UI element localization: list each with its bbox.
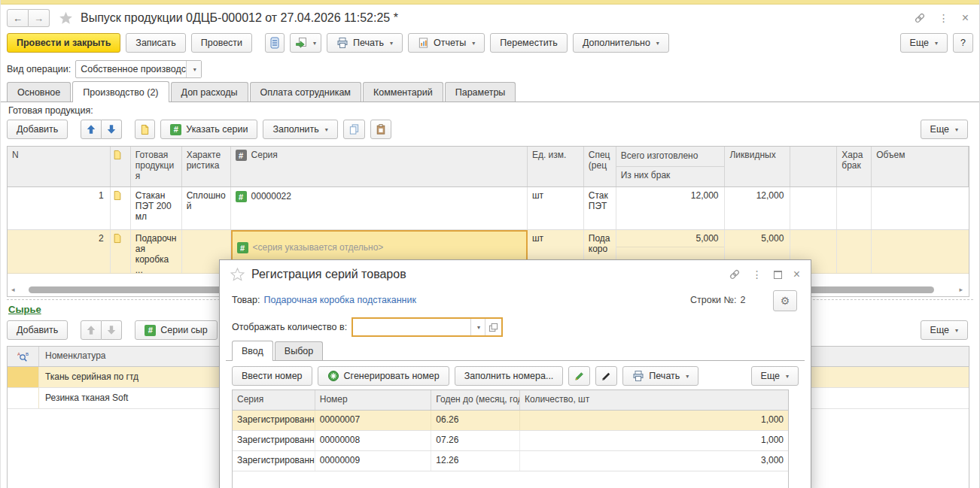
quantity-cell: 1,000 [520, 411, 788, 430]
dialog-print-button[interactable]: Печать ▾ [622, 366, 698, 386]
move-button[interactable]: Переместить [490, 33, 568, 53]
product-row-1[interactable]: 1 Стакан ПЭТ 200 мл Сплошной # 00000022 … [8, 187, 969, 230]
col-marker[interactable] [111, 147, 131, 186]
favorite-star-icon[interactable] [230, 268, 245, 281]
print-button[interactable]: Печать ▾ [327, 33, 403, 53]
specify-series-button[interactable]: # Указать серии [160, 120, 257, 139]
series-row-2[interactable]: Зарегистрированная 00000008 07.26 1,000 [233, 431, 788, 451]
link-icon[interactable] [729, 268, 741, 280]
col-characteristic[interactable]: Характеристика [182, 147, 231, 186]
kebab-menu-icon[interactable]: ⋮ [752, 268, 762, 280]
related-documents-button[interactable]: ▾ [290, 33, 321, 53]
dialog-title-bar: Регистрация серий товаров ⋮ × [220, 260, 811, 289]
maximize-icon[interactable] [774, 271, 782, 279]
reports-button[interactable]: Отчеты ▾ [408, 33, 485, 53]
more-button[interactable]: Еще▾ [900, 33, 948, 53]
tab-vybor[interactable]: Выбор [275, 341, 323, 360]
col-valid-until[interactable]: Годен до (месяц, год) [431, 390, 520, 410]
post-button[interactable]: Провести [191, 33, 252, 53]
fill-button[interactable]: Заполнить▾ [263, 120, 337, 139]
close-icon[interactable]: × [793, 268, 800, 281]
kebab-menu-icon[interactable]: ⋮ [939, 13, 949, 23]
help-button[interactable]: ? [953, 33, 973, 53]
fill-numbers-button[interactable]: Заполнить номера... [455, 366, 564, 386]
structure-button[interactable] [265, 33, 285, 53]
scroll-right-icon[interactable]: ▸ [959, 286, 963, 293]
col-spec[interactable]: Спец (рец [584, 147, 616, 186]
combo-dropdown-button[interactable]: ▾ [470, 319, 485, 335]
open-value-button[interactable] [485, 319, 501, 335]
favorite-star-icon[interactable] [59, 11, 73, 25]
enter-number-button[interactable]: Ввести номер [232, 366, 312, 386]
col-volume[interactable]: Объем [872, 147, 969, 186]
mark-button[interactable] [135, 120, 155, 139]
printer-icon [336, 37, 348, 49]
edit-button[interactable] [568, 366, 590, 386]
col-number[interactable]: Номер [315, 390, 432, 410]
col-liquid[interactable]: Ликвидных [725, 147, 790, 186]
quick-search-icon[interactable]: АВ [8, 347, 39, 366]
tab-dop-rashody[interactable]: Доп расходы [171, 82, 248, 102]
copy-rows-button[interactable] [343, 120, 365, 139]
page-title: Выпуск продукции 0ДЦБ-000012 от 27.04.20… [81, 11, 398, 25]
display-quantity-input[interactable] [353, 319, 470, 335]
tab-kommentariy[interactable]: Комментарий [363, 82, 443, 102]
add-product-button[interactable]: Добавить [7, 120, 68, 139]
col-unit[interactable]: Ед. изм. [528, 147, 584, 186]
dialog-more-button[interactable]: Еще▾ [751, 366, 799, 386]
tab-proizvodstvo[interactable]: Производство (2) [72, 81, 169, 102]
scroll-left-icon[interactable]: ◂ [11, 286, 15, 293]
tab-parametry[interactable]: Параметры [445, 82, 516, 102]
quantity-cell: 3,000 [520, 451, 788, 471]
series-registration-dialog: Регистрация серий товаров ⋮ × Товар: Под… [219, 259, 811, 488]
operation-kind-select[interactable]: Собственное производст ▾ [75, 60, 202, 78]
products-more-button[interactable]: Еще▾ [921, 120, 968, 139]
defect-char-cell [837, 230, 872, 273]
valid-until-cell: 06.26 [431, 411, 520, 430]
tab-osnovnoe[interactable]: Основное [7, 82, 71, 102]
dropdown-caret-icon: ▾ [313, 40, 316, 47]
move-up-button-disabled[interactable] [81, 320, 102, 340]
number-cell: 00000008 [315, 431, 432, 450]
save-button[interactable]: Записать [126, 33, 185, 53]
series-row-3[interactable]: Зарегистрированная 00000009 12.26 3,000 [233, 451, 788, 471]
product-cell: Подарочная коробка ... [131, 230, 182, 273]
product-cell: Стакан ПЭТ 200 мл [131, 187, 182, 229]
defect-char-cell [837, 187, 872, 229]
tab-vvod[interactable]: Ввод [232, 341, 273, 361]
close-icon[interactable]: × [962, 13, 969, 23]
arrow-up-icon [86, 325, 96, 335]
col-total-made[interactable]: Всего изготовлено Из них брак [616, 147, 726, 186]
col-n[interactable]: N [8, 147, 111, 186]
product-link[interactable]: Подарочная коробка подстаканник [264, 295, 416, 305]
paste-rows-button[interactable] [370, 120, 391, 139]
material-series-button[interactable]: # Серии сыр [135, 320, 218, 340]
materials-section-link[interactable]: Сырье [8, 304, 41, 315]
materials-more-button[interactable]: Еще▾ [921, 320, 968, 340]
col-narrow[interactable] [790, 147, 837, 186]
col-series[interactable]: # Серия [231, 147, 528, 186]
products-table-header: N Готовая продукция Характеристика # Сер… [8, 147, 969, 187]
post-and-close-button[interactable]: Провести и закрыть [7, 33, 120, 53]
forward-button[interactable]: → [29, 9, 50, 27]
operation-kind-value: Собственное производст [76, 64, 186, 74]
col-series[interactable]: Серия [233, 390, 315, 410]
col-product[interactable]: Готовая продукция [131, 147, 182, 186]
combo-dropdown-button[interactable]: ▾ [186, 61, 201, 77]
settings-button[interactable]: ⚙ [773, 290, 797, 311]
volume-cell [872, 187, 969, 229]
generate-number-button[interactable]: Сгенерировать номер [318, 366, 449, 386]
link-icon[interactable] [914, 12, 926, 24]
marker-button[interactable] [595, 366, 617, 386]
tab-oplata-sotrudnikam[interactable]: Оплата сотрудникам [250, 82, 361, 102]
move-up-button[interactable] [81, 120, 102, 139]
display-quantity-label: Отображать количество в: [232, 322, 347, 332]
additional-button[interactable]: Дополнительно▾ [573, 33, 669, 53]
add-material-button[interactable]: Добавить [7, 320, 68, 340]
move-down-button-disabled[interactable] [102, 320, 122, 340]
col-quantity[interactable]: Количество, шт [520, 390, 788, 410]
back-button[interactable]: ← [7, 9, 29, 27]
col-defect-char[interactable]: Хара брак [837, 147, 872, 186]
series-row-1[interactable]: Зарегистрированная 00000007 06.26 1,000 [233, 411, 788, 431]
move-down-button[interactable] [102, 120, 122, 139]
